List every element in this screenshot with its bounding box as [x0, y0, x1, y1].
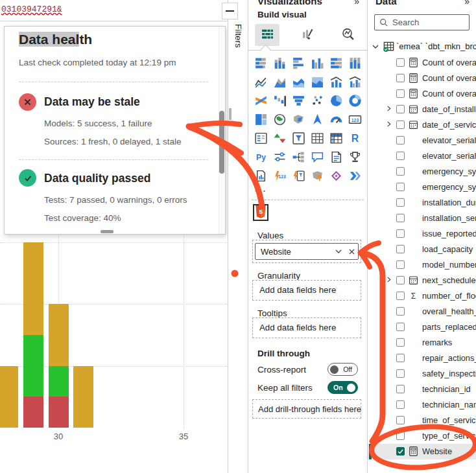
field-row-remarks[interactable]: remarks: [368, 335, 476, 351]
tooltips-field-well[interactable]: Add data fields here: [252, 317, 361, 338]
field-checkbox[interactable]: [396, 276, 405, 284]
multi-row-card-icon[interactable]: [253, 130, 268, 146]
field-checkbox[interactable]: [396, 152, 405, 160]
clustered-column-chart-icon[interactable]: [309, 55, 325, 71]
field-checkbox[interactable]: [396, 338, 405, 347]
bar-segment-series-red-x29[interactable]: [23, 397, 43, 428]
filters-pane[interactable]: Filters: [228, 0, 248, 473]
field-row-model-number[interactable]: model_number: [368, 257, 476, 273]
field-row-date-of-service[interactable]: date_of_service: [368, 117, 476, 133]
field-row-emergency-syst-[interactable]: emergency_syst...: [368, 164, 476, 179]
field-checkbox[interactable]: [396, 432, 405, 440]
metrics-icon[interactable]: [347, 149, 363, 165]
field-checkbox[interactable]: [396, 369, 405, 378]
card-icon[interactable]: 123: [347, 111, 363, 127]
chevron-down-icon[interactable]: [372, 43, 379, 52]
field-row-number-of-floo-[interactable]: Σnumber_of_floo...: [368, 288, 476, 304]
field-checkbox[interactable]: [396, 167, 405, 176]
field-row-emergency-syst-[interactable]: emergency_syst...: [368, 179, 476, 195]
bar-segment-series-gold-x29[interactable]: [23, 242, 43, 335]
minimize-button[interactable]: [222, 3, 238, 19]
field-checkbox[interactable]: [396, 260, 405, 269]
keep-all-filters-toggle[interactable]: On: [327, 381, 358, 394]
100-stacked-column-chart-icon[interactable]: [347, 55, 363, 71]
field-row-next-scheduled-[interactable]: next_scheduled...: [368, 273, 476, 288]
field-checkbox[interactable]: [396, 105, 405, 113]
field-row-repair-actions-t-[interactable]: repair_actions_t...: [368, 351, 476, 366]
field-row-overall-health-c-[interactable]: overall_health_c...: [368, 304, 476, 319]
field-row-type-of-service[interactable]: type_of_service: [368, 428, 476, 444]
field-checkbox[interactable]: [396, 136, 405, 144]
field-row-website[interactable]: Website: [368, 444, 476, 459]
line-and-stacked-column-chart-icon[interactable]: [328, 74, 344, 89]
bar-segment-series-green-x29[interactable]: [23, 335, 43, 397]
waterfall-chart-icon[interactable]: [272, 93, 287, 108]
field-row-load-capacity[interactable]: load_capacity: [368, 242, 476, 257]
bar-segment-series-red-x30[interactable]: [49, 397, 69, 428]
field-checkbox[interactable]: [396, 292, 405, 300]
bar-segment-series-gold-x30[interactable]: [49, 304, 69, 366]
funnel-chart-icon[interactable]: [291, 93, 306, 108]
chevron-right-icon[interactable]: [385, 120, 392, 130]
search-input[interactable]: [391, 17, 469, 28]
table-icon[interactable]: [309, 130, 325, 146]
field-checkbox[interactable]: [396, 354, 405, 362]
field-row-issue-reported[interactable]: issue_reported: [368, 226, 476, 242]
smart-narrative-icon[interactable]: [328, 149, 344, 165]
field-checkbox[interactable]: [396, 214, 405, 222]
field-row-date-of-installa-[interactable]: date_of_installa...: [368, 102, 476, 117]
values-field-pill[interactable]: Website: [255, 243, 359, 260]
line-and-clustered-column-chart-icon[interactable]: [347, 74, 363, 89]
treemap-icon[interactable]: [253, 111, 268, 127]
paginated-report-icon[interactable]: [253, 168, 268, 183]
field-row-elevator-serial-[interactable]: elevator_serial_...: [368, 133, 476, 148]
map-icon[interactable]: [272, 111, 287, 127]
card-scrollbar-thumb[interactable]: [219, 111, 224, 174]
pie-chart-icon[interactable]: [328, 93, 344, 108]
donut-chart-icon[interactable]: [347, 93, 363, 108]
field-row-count-of-overal-[interactable]: Count of overal...: [368, 71, 476, 86]
power-apps-icon[interactable]: 123: [272, 168, 287, 183]
red-underlined-text[interactable]: 03103947291&: [1, 5, 62, 14]
card-hscrollbar-thumb[interactable]: [101, 230, 113, 233]
field-checkbox[interactable]: [396, 400, 405, 409]
analytics-tab[interactable]: [335, 24, 360, 46]
power-automate-icon[interactable]: [291, 168, 306, 183]
new-slicer-icon[interactable]: [272, 149, 287, 165]
collapse-pane-icon[interactable]: »: [354, 0, 359, 6]
decomposition-tree-icon[interactable]: [291, 149, 306, 165]
100-stacked-bar-chart-icon[interactable]: [328, 55, 344, 71]
build-visual-tab[interactable]: [255, 24, 280, 46]
field-checkbox[interactable]: [396, 121, 405, 129]
field-checkbox[interactable]: [396, 385, 405, 393]
field-row-safety-inspectio-[interactable]: safety_inspectio...: [368, 366, 476, 382]
canvas-scrollbar-thumb[interactable]: [229, 108, 232, 120]
field-row-installation-dur-[interactable]: installation_dur...: [368, 195, 476, 211]
bar-segment-series-gold-x31[interactable]: [73, 366, 93, 428]
field-checkbox[interactable]: [396, 74, 405, 82]
format-visual-tab[interactable]: [295, 24, 320, 46]
qa-visual-icon[interactable]: [309, 149, 325, 165]
field-row-technician-name[interactable]: technician_name: [368, 397, 476, 413]
field-checkbox[interactable]: [396, 229, 405, 238]
chevron-right-icon[interactable]: [385, 275, 392, 285]
scatter-chart-icon[interactable]: [309, 93, 325, 108]
remove-field-icon[interactable]: [345, 248, 358, 255]
field-checkbox[interactable]: [396, 447, 405, 456]
r-script-visual-icon[interactable]: R: [347, 130, 363, 146]
field-row-time-of-service[interactable]: time_of_service: [368, 413, 476, 428]
field-row-count-of-overal-[interactable]: Count of overal...: [368, 55, 476, 71]
field-row-count-of-overal-[interactable]: Count of overal...: [368, 86, 476, 102]
field-row-installation-serv-[interactable]: installation_serv...: [368, 211, 476, 226]
bar-segment-series-gold-x28[interactable]: [0, 366, 18, 428]
field-checkbox[interactable]: [396, 198, 405, 207]
flow-visual-icon[interactable]: [347, 168, 363, 183]
field-row-parts-replaced[interactable]: parts_replaced: [368, 319, 476, 335]
field-checkbox[interactable]: [396, 416, 405, 424]
slicer-icon[interactable]: [291, 130, 306, 146]
ribbon-chart-icon[interactable]: [253, 93, 268, 108]
line-chart-icon[interactable]: [253, 74, 268, 89]
collapse-pane-icon[interactable]: »: [464, 0, 470, 6]
clustered-bar-chart-icon[interactable]: [291, 55, 306, 71]
kpi-icon[interactable]: [272, 130, 287, 146]
